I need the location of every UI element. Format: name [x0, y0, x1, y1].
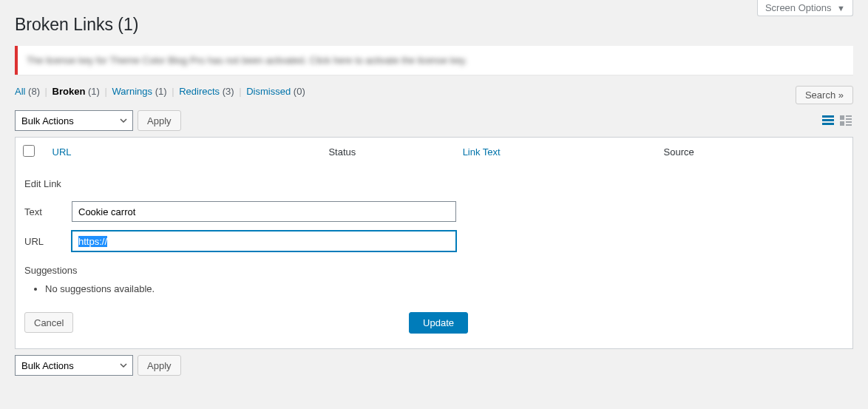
svg-rect-8: [846, 124, 852, 126]
filter-redirects[interactable]: Redirects: [179, 86, 220, 97]
svg-rect-7: [846, 121, 852, 123]
filter-warnings-count: (1): [155, 86, 167, 97]
column-link-text[interactable]: Link Text: [463, 146, 501, 158]
column-status: Status: [321, 138, 455, 167]
edit-link-title: Edit Link: [24, 178, 844, 189]
column-url[interactable]: URL: [52, 146, 72, 158]
svg-rect-5: [846, 118, 852, 120]
svg-rect-3: [840, 115, 844, 120]
filter-redirects-count: (3): [223, 86, 234, 97]
text-label: Text: [24, 206, 72, 217]
links-table: URL Status Link Text Source Edit Link Te…: [15, 137, 853, 349]
filter-dismissed-count: (0): [294, 86, 305, 97]
list-view-icon[interactable]: [821, 113, 835, 128]
edit-link-row: Edit Link Text URL Suggestions No sugges…: [16, 166, 853, 349]
screen-options-label: Screen Options: [765, 2, 832, 13]
filter-broken-count: (1): [88, 86, 100, 97]
view-switch: [821, 113, 853, 128]
filter-all-count: (8): [28, 86, 40, 97]
update-button[interactable]: Update: [409, 312, 468, 334]
notice-text: The license key for Theme Color Blog Pro…: [27, 55, 467, 66]
link-filters: All (8) | Broken (1) | Warnings (1) | Re…: [15, 86, 305, 97]
bulk-actions-top: Bulk Actions Apply: [15, 110, 181, 131]
excerpt-view-icon[interactable]: [838, 113, 853, 128]
svg-rect-1: [822, 119, 834, 121]
select-all-checkbox[interactable]: [23, 145, 35, 157]
bulk-actions-select-bottom[interactable]: Bulk Actions: [15, 355, 133, 376]
link-url-input[interactable]: [72, 231, 456, 251]
apply-button-bottom[interactable]: Apply: [138, 355, 181, 376]
no-suggestions: No suggestions available.: [45, 283, 844, 294]
svg-rect-2: [822, 123, 834, 125]
apply-button-top[interactable]: Apply: [138, 110, 181, 131]
filter-dismissed[interactable]: Dismissed: [246, 86, 291, 97]
cancel-button[interactable]: Cancel: [24, 312, 73, 333]
filter-all[interactable]: All: [15, 86, 25, 97]
column-source: Source: [657, 138, 853, 167]
svg-rect-4: [846, 115, 852, 117]
search-button[interactable]: Search »: [796, 86, 853, 104]
url-label: URL: [24, 236, 72, 247]
filter-warnings[interactable]: Warnings: [112, 86, 152, 97]
filter-broken[interactable]: Broken: [52, 86, 86, 97]
bulk-actions-bottom: Bulk Actions Apply: [15, 355, 181, 376]
suggestions-title: Suggestions: [24, 265, 844, 276]
link-text-input[interactable]: [72, 201, 456, 222]
page-title: Broken Links (1): [15, 0, 853, 42]
bulk-actions-select[interactable]: Bulk Actions: [15, 110, 133, 131]
screen-options-toggle[interactable]: Screen Options ▼: [757, 0, 853, 16]
suggestions-list: No suggestions available.: [45, 283, 844, 294]
caret-down-icon: ▼: [837, 4, 845, 13]
svg-rect-0: [822, 115, 834, 118]
svg-rect-6: [840, 121, 844, 126]
license-notice: The license key for Theme Color Blog Pro…: [15, 46, 853, 75]
